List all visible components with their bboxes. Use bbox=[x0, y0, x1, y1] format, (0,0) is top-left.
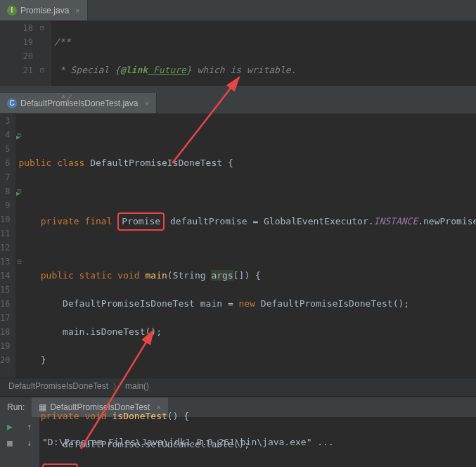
run-toolbar-left: ▶ ■ bbox=[0, 417, 20, 467]
editor-promise[interactable]: 18 19 20 21 /** * Special {@link Future}… bbox=[0, 21, 476, 86]
close-icon[interactable]: × bbox=[75, 6, 79, 15]
fold-gutter bbox=[39, 21, 51, 86]
class-file-icon: C bbox=[7, 98, 17, 108]
code-area[interactable]: /** * Special {@link Future} which is wr… bbox=[51, 21, 313, 86]
gutter: 18 19 20 21 bbox=[0, 21, 39, 86]
java-file-icon: I bbox=[7, 6, 17, 15]
tab-promise-java[interactable]: I Promise.java × bbox=[0, 0, 88, 20]
tab-label: Promise.java bbox=[20, 6, 69, 15]
top-tab-bar: I Promise.java × bbox=[0, 0, 476, 21]
run-gutter-icon[interactable]: 8 bbox=[0, 184, 10, 198]
code-area[interactable]: public class DefaultPromiseIsDoneTest { … bbox=[15, 114, 476, 378]
gutter: 3 4 5 6 7 8 9 10 11 12 13 14 15 16 17 18… bbox=[0, 114, 15, 378]
rerun-icon[interactable]: ▶ bbox=[7, 421, 13, 432]
run-gutter-icon[interactable]: 4 bbox=[0, 128, 10, 142]
stop-icon[interactable]: ■ bbox=[7, 437, 13, 448]
promise-highlight: Promise bbox=[117, 212, 165, 231]
editor-test[interactable]: 3 4 5 6 7 8 9 10 11 12 13 14 15 16 17 18… bbox=[0, 114, 476, 378]
